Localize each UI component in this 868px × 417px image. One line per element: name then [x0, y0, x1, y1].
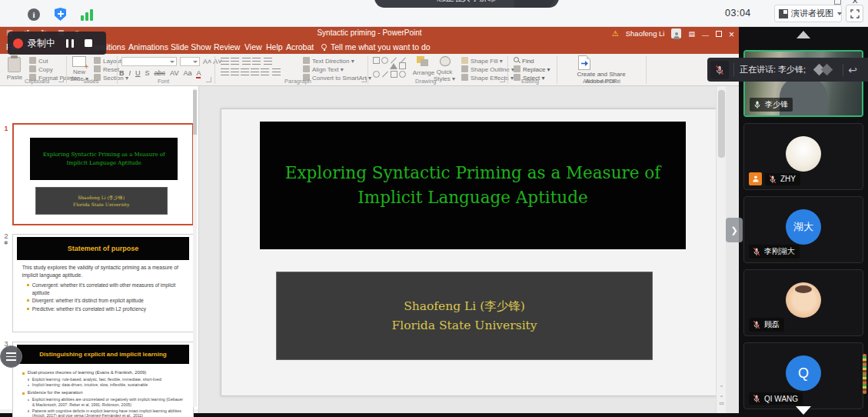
speaking-banner: 正在讲话: 李少锋;	[707, 58, 868, 82]
find-button[interactable]: Find	[514, 57, 534, 65]
new-slide-icon[interactable]	[72, 56, 86, 67]
slide-thumbnail-1[interactable]: Exploring Syntactic Priming as a Measure…	[12, 123, 194, 225]
font-grow-shrink[interactable]: A˄ A˅	[203, 58, 222, 65]
info-icon[interactable]	[28, 8, 40, 21]
stop-recording-button[interactable]	[85, 39, 92, 47]
meeting-timer: 03:04	[725, 8, 751, 18]
align-text-button[interactable]: Align Text ▾	[303, 65, 344, 73]
change-case-button[interactable]: Aa	[183, 69, 191, 78]
group-paragraph: Paragraph	[284, 78, 311, 85]
pause-recording-button[interactable]	[66, 39, 74, 48]
meeting-app-logo-icon	[812, 64, 838, 76]
tell-me-box[interactable]: Tell me what you want to do	[331, 42, 431, 52]
paragraph-launcher-icon[interactable]	[361, 77, 367, 82]
bold-button[interactable]: B	[119, 69, 125, 78]
tab-review[interactable]: Review	[214, 42, 240, 52]
ribbon-home: Paste Cut Copy Format Painter Clipboard …	[0, 54, 739, 86]
mic-muted-button[interactable]	[710, 61, 729, 79]
restore-button[interactable]	[716, 31, 722, 37]
shield-protect-icon[interactable]	[55, 8, 66, 21]
host-badge-icon	[749, 172, 762, 185]
participant-name: QI WANG	[764, 395, 798, 403]
account-avatar[interactable]	[671, 28, 681, 38]
bullets-numbering-buttons[interactable]	[221, 58, 274, 66]
screen: 您正在共享屏幕 03:04 演讲者视图 ▣ ↺ ↻ ▦ ▾ Syntactic …	[0, 0, 868, 417]
participant-tile-qiwang[interactable]: Q QI WANG	[743, 342, 863, 409]
account-name[interactable]: Shaofeng Li	[626, 29, 665, 38]
shape-outline-icon	[461, 65, 468, 72]
share-banner-button[interactable]	[514, 0, 554, 8]
scroll-down-icon[interactable]	[796, 406, 811, 415]
recording-toolbar: 录制中	[8, 32, 106, 55]
speaker-view-button[interactable]: 演讲者视图	[774, 5, 842, 22]
paste-button[interactable]: Paste	[3, 74, 26, 81]
scroll-up-icon[interactable]	[796, 31, 810, 38]
slide-thumbnail-3[interactable]: Distinguishing explicit and implicit lea…	[12, 342, 194, 417]
thumb1-title-box: Exploring Syntactic Priming as a Measure…	[30, 138, 178, 180]
editor-scrollbar[interactable]: ⌃⌄▭	[716, 86, 726, 413]
copy-button[interactable]: Copy	[29, 65, 53, 73]
participant-name: 顾磊	[764, 319, 780, 330]
slide-editing-area: Exploring Syntactic Priming as a Measure…	[198, 86, 739, 413]
shadow-button[interactable]: S	[145, 69, 150, 78]
screen-share-banner[interactable]: 您正在共享屏幕	[374, 0, 559, 8]
slide-title-text: Exploring Syntactic Priming as a Measure…	[280, 161, 666, 211]
reply-arrow-icon[interactable]	[848, 65, 857, 75]
slide-title-box[interactable]: Exploring Syntactic Priming as a Measure…	[260, 122, 686, 249]
font-size-combo[interactable]	[180, 57, 200, 66]
thumb2-body: This study explores the validity of synt…	[22, 264, 185, 313]
create-pdf-icon[interactable]	[578, 55, 590, 70]
slide-thumbnail-panel: 1 Exploring Syntactic Priming as a Measu…	[0, 86, 198, 409]
italic-button[interactable]: I	[129, 69, 131, 78]
tab-slide-show[interactable]: Slide Show	[171, 42, 211, 52]
participant-tile-zhy[interactable]: ZHY	[743, 123, 863, 190]
cut-button[interactable]: Cut	[29, 57, 48, 65]
close-button[interactable]	[729, 27, 734, 41]
char-spacing-button[interactable]: AV	[170, 69, 178, 78]
underline-button[interactable]: U	[135, 69, 141, 78]
network-signal-icon[interactable]	[81, 8, 95, 21]
annotation-toolbar-button[interactable]	[0, 345, 22, 368]
align-buttons[interactable]	[221, 68, 282, 77]
slide-subtitle-box[interactable]: Shaofeng Li (李少锋) Florida State Universi…	[276, 272, 653, 360]
participant-tile-gulei[interactable]: 顾磊	[743, 269, 863, 336]
copy-icon	[29, 65, 36, 72]
reset-button[interactable]: Reset	[94, 65, 119, 73]
slide-thumbnail-2[interactable]: Statement of purpose This study explores…	[12, 234, 194, 332]
minimize-button[interactable]	[702, 27, 709, 41]
quick-styles-icon[interactable]	[440, 56, 451, 66]
arrange-icon[interactable]	[417, 56, 429, 67]
layout-view-icon	[779, 9, 788, 18]
participant-name: 李少锋	[765, 99, 788, 110]
tab-acrobat[interactable]: Acrobat	[286, 42, 314, 52]
replace-button[interactable]: Replace ▾	[514, 65, 550, 73]
text-direction-button[interactable]: Text Direction ▾	[303, 57, 354, 65]
tab-view[interactable]: View	[244, 42, 262, 52]
slide-nav-buttons[interactable]: ⌃⌄▭	[717, 384, 727, 407]
tab-animations[interactable]: Animations	[128, 42, 168, 52]
shape-outline-button[interactable]: Shape Outline ▾	[461, 65, 514, 73]
thumbnail-scrollbar[interactable]	[193, 88, 197, 407]
align-text-icon	[303, 65, 310, 72]
fullscreen-button[interactable]	[846, 5, 863, 22]
participant-tile-ligang[interactable]: 湖大 李刚湖大	[743, 196, 863, 263]
shape-fill-button[interactable]: Shape Fill ▾	[461, 57, 503, 65]
drawing-launcher-icon[interactable]	[500, 77, 505, 82]
scrollbar-thumb[interactable]	[718, 90, 725, 158]
ribbon-display-options-icon[interactable]	[688, 30, 695, 38]
ppt-titlebar[interactable]: ▣ ↺ ↻ ▦ ▾ Syntactic priming - PowerPoint…	[0, 27, 739, 40]
warning-icon[interactable]	[612, 28, 619, 39]
clipboard-launcher-icon[interactable]	[58, 77, 64, 82]
font-color-button[interactable]: A	[196, 69, 201, 78]
shapes-gallery[interactable]	[372, 56, 412, 79]
tab-help[interactable]: Help	[266, 42, 283, 52]
speaker-view-label: 演讲者视图	[791, 8, 833, 19]
font-launcher-icon[interactable]	[206, 77, 211, 82]
font-name-combo[interactable]	[121, 57, 177, 66]
panel-collapse-handle[interactable]	[726, 218, 743, 242]
shape-effects-button[interactable]: Shape Effects ▾	[461, 74, 514, 82]
slide-canvas[interactable]: Exploring Syntactic Priming as a Measure…	[221, 108, 719, 396]
paste-icon[interactable]	[8, 57, 21, 72]
slide-1-number: 1	[2, 125, 10, 132]
participants-panel: 李少锋 ZHY 湖大	[739, 27, 868, 417]
